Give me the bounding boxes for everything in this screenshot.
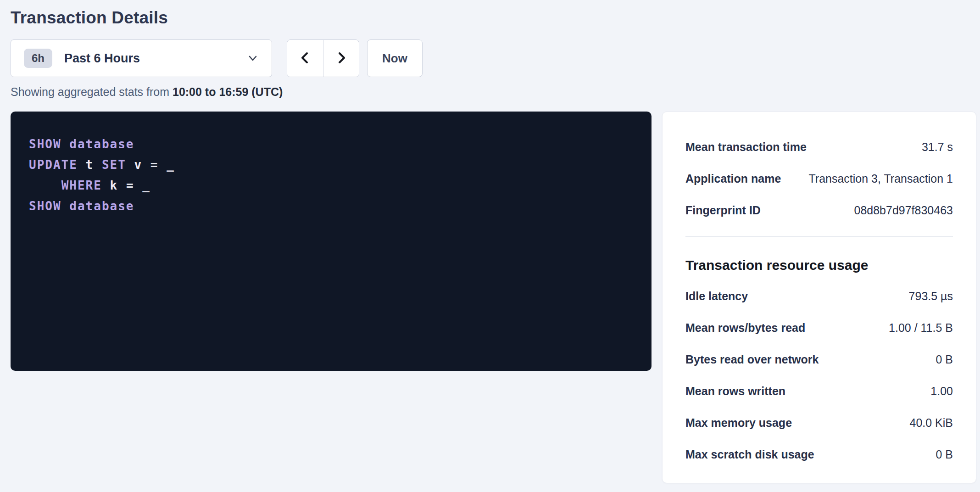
stat-value: 31.7 s	[922, 140, 953, 154]
stat-row: Idle latency 793.5 µs	[685, 280, 953, 312]
sql-token: UPDATE	[29, 158, 78, 172]
sql-statements-box: SHOW databaseUPDATE t SET v = _ WHERE k …	[11, 112, 651, 371]
sql-line: SHOW database	[29, 196, 633, 217]
stat-label: Fingerprint ID	[685, 204, 761, 217]
sql-token: SHOW	[29, 137, 61, 151]
sql-token: database	[69, 137, 134, 151]
time-range-badge: 6h	[24, 49, 52, 68]
sql-token: _	[134, 179, 150, 192]
stat-value: 793.5 µs	[909, 290, 953, 303]
stat-label: Mean transaction time	[685, 140, 807, 154]
chevron-down-icon	[247, 52, 259, 64]
stat-label: Mean rows written	[685, 385, 785, 398]
sql-token	[29, 179, 61, 192]
sql-token	[61, 137, 70, 151]
stat-row: Max scratch disk usage 0 B	[685, 439, 953, 470]
time-toolbar: 6h Past 6 Hours	[11, 39, 980, 77]
page-title: Transaction Details	[11, 7, 980, 28]
time-nav-group	[287, 39, 359, 77]
stat-value: 0 B	[935, 353, 953, 366]
sql-token: t	[78, 158, 102, 172]
sql-token: =	[126, 179, 134, 192]
resource-usage-heading: Transaction resource usage	[685, 257, 953, 274]
sql-token: SHOW	[29, 199, 61, 213]
sql-token: k	[102, 179, 126, 192]
stat-value: 08d8b7d97f830463	[854, 204, 953, 217]
sql-token: database	[69, 199, 134, 213]
summary-card: Mean transaction time 31.7 s Application…	[662, 112, 976, 483]
transaction-details-page: Transaction Details 6h Past 6 Hours	[0, 0, 980, 492]
stat-row: Mean rows/bytes read 1.00 / 11.5 B	[685, 312, 953, 344]
stat-label: Max memory usage	[685, 416, 792, 430]
stat-row: Application name Transaction 3, Transact…	[685, 163, 953, 195]
stat-value: Transaction 3, Transaction 1	[808, 172, 953, 185]
stat-value: 1.00	[930, 385, 953, 398]
chevron-left-icon	[298, 50, 312, 67]
time-range-label: Past 6 Hours	[64, 51, 247, 66]
sql-token	[61, 199, 70, 213]
sql-line: SHOW database	[29, 134, 633, 155]
next-time-button[interactable]	[323, 40, 359, 77]
stat-row: Bytes read over network 0 B	[685, 344, 953, 375]
sql-line: UPDATE t SET v = _	[29, 155, 633, 175]
sql-token: v	[126, 158, 150, 172]
stat-row: Fingerprint ID 08d8b7d97f830463	[685, 195, 953, 226]
aggregation-note-prefix: Showing aggregated stats from	[11, 85, 173, 98]
details-content: SHOW databaseUPDATE t SET v = _ WHERE k …	[11, 112, 980, 483]
stat-label: Idle latency	[685, 290, 748, 303]
stat-row: Mean transaction time 31.7 s	[685, 131, 953, 163]
stat-value: 1.00 / 11.5 B	[889, 321, 953, 335]
prev-time-button[interactable]	[287, 40, 323, 77]
overview-stats: Mean transaction time 31.7 s Application…	[685, 131, 953, 226]
resource-usage-stats: Idle latency 793.5 µs Mean rows/bytes re…	[685, 280, 953, 470]
stat-row: Mean rows written 1.00	[685, 375, 953, 407]
stat-label: Mean rows/bytes read	[685, 321, 805, 335]
sql-token: WHERE	[61, 179, 102, 192]
stat-value: 0 B	[935, 448, 953, 461]
section-divider	[685, 236, 953, 237]
sql-token: SET	[102, 158, 126, 172]
stat-label: Max scratch disk usage	[685, 448, 814, 461]
sql-token: _	[158, 158, 174, 172]
aggregation-range: 10:00 to 16:59 (UTC)	[173, 85, 283, 98]
stat-value: 40.0 KiB	[909, 416, 953, 430]
chevron-right-icon	[334, 50, 348, 67]
stat-row: Max memory usage 40.0 KiB	[685, 407, 953, 439]
sql-token: =	[150, 158, 159, 172]
now-button[interactable]: Now	[367, 39, 423, 77]
sql-line: WHERE k = _	[29, 175, 633, 196]
aggregation-note: Showing aggregated stats from 10:00 to 1…	[11, 85, 980, 99]
time-range-dropdown[interactable]: 6h Past 6 Hours	[11, 39, 272, 77]
stat-label: Application name	[685, 172, 781, 185]
stat-label: Bytes read over network	[685, 353, 819, 366]
